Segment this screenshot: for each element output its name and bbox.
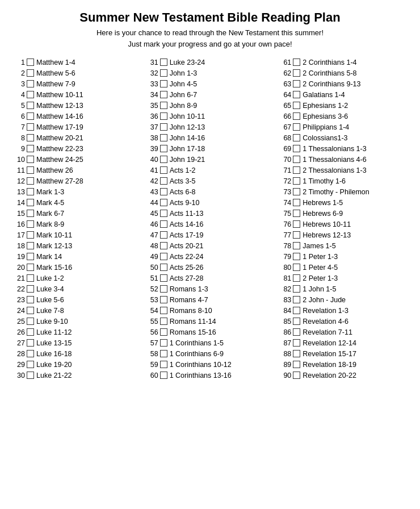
- checkbox[interactable]: [293, 220, 300, 228]
- checkbox[interactable]: [27, 285, 34, 293]
- checkbox[interactable]: [293, 242, 300, 249]
- checkbox[interactable]: [293, 59, 300, 66]
- checkbox[interactable]: [293, 328, 300, 336]
- checkbox[interactable]: [160, 112, 167, 120]
- checkbox[interactable]: [160, 188, 167, 195]
- checkbox[interactable]: [160, 372, 167, 379]
- checkbox[interactable]: [27, 318, 34, 325]
- checkbox[interactable]: [160, 350, 167, 357]
- checkbox[interactable]: [27, 102, 34, 109]
- checkbox[interactable]: [160, 274, 167, 282]
- checkbox[interactable]: [27, 220, 34, 228]
- checkbox[interactable]: [293, 339, 300, 347]
- checkbox[interactable]: [27, 274, 34, 282]
- item-number: 27: [12, 339, 25, 347]
- checkbox[interactable]: [160, 123, 167, 131]
- checkbox[interactable]: [27, 69, 34, 77]
- checkbox[interactable]: [27, 199, 34, 206]
- checkbox[interactable]: [160, 177, 167, 185]
- checkbox[interactable]: [293, 274, 300, 282]
- checkbox[interactable]: [27, 112, 34, 120]
- checkbox[interactable]: [160, 156, 167, 163]
- checkbox[interactable]: [293, 123, 300, 131]
- checkbox[interactable]: [160, 102, 167, 109]
- list-item: 65Ephesians 1-2: [278, 101, 409, 110]
- checkbox[interactable]: [160, 253, 167, 260]
- checkbox[interactable]: [293, 231, 300, 239]
- checkbox[interactable]: [27, 188, 34, 195]
- checkbox[interactable]: [160, 199, 167, 206]
- checkbox[interactable]: [293, 80, 300, 87]
- checkbox[interactable]: [27, 231, 34, 239]
- checkbox[interactable]: [293, 318, 300, 325]
- checkbox[interactable]: [27, 307, 34, 314]
- checkbox[interactable]: [27, 264, 34, 271]
- checkbox[interactable]: [293, 372, 300, 379]
- item-number: 77: [279, 231, 291, 239]
- checkbox[interactable]: [27, 339, 34, 347]
- checkbox[interactable]: [293, 177, 300, 185]
- checkbox[interactable]: [293, 102, 300, 109]
- checkbox[interactable]: [160, 242, 167, 249]
- checkbox[interactable]: [27, 253, 34, 260]
- checkbox[interactable]: [293, 166, 300, 174]
- checkbox[interactable]: [293, 210, 300, 217]
- checkbox[interactable]: [293, 112, 300, 120]
- checkbox[interactable]: [27, 166, 34, 174]
- checkbox[interactable]: [27, 156, 34, 163]
- checkbox[interactable]: [160, 69, 167, 77]
- checkbox[interactable]: [293, 264, 300, 271]
- checkbox[interactable]: [160, 166, 167, 174]
- checkbox[interactable]: [27, 350, 34, 357]
- checkbox[interactable]: [160, 134, 167, 141]
- checkbox[interactable]: [160, 59, 167, 66]
- checkbox[interactable]: [293, 91, 300, 98]
- checkbox[interactable]: [293, 296, 300, 303]
- checkbox[interactable]: [27, 296, 34, 303]
- checkbox[interactable]: [160, 145, 167, 152]
- checkbox[interactable]: [160, 231, 167, 239]
- checkbox[interactable]: [27, 91, 34, 98]
- checkbox[interactable]: [293, 307, 300, 314]
- checkbox[interactable]: [160, 285, 167, 293]
- checkbox[interactable]: [293, 350, 300, 357]
- checkbox[interactable]: [160, 328, 167, 336]
- checkbox[interactable]: [27, 372, 34, 379]
- item-text: Luke 23-24: [170, 59, 205, 66]
- checkbox[interactable]: [293, 285, 300, 293]
- checkbox[interactable]: [27, 134, 34, 141]
- checkbox[interactable]: [27, 123, 34, 131]
- checkbox[interactable]: [293, 253, 300, 260]
- checkbox[interactable]: [27, 80, 34, 87]
- checkbox[interactable]: [293, 188, 300, 195]
- checkbox[interactable]: [293, 69, 300, 77]
- checkbox[interactable]: [160, 339, 167, 347]
- checkbox[interactable]: [27, 210, 34, 217]
- checkbox[interactable]: [160, 296, 167, 303]
- checkbox[interactable]: [27, 328, 34, 336]
- checkbox[interactable]: [27, 242, 34, 249]
- checkbox[interactable]: [160, 307, 167, 314]
- item-number: 79: [279, 253, 291, 261]
- checkbox[interactable]: [160, 80, 167, 87]
- checkbox[interactable]: [160, 91, 167, 98]
- item-number: 41: [146, 166, 158, 174]
- list-item: 86Revelation 7-11: [278, 327, 409, 337]
- checkbox[interactable]: [293, 361, 300, 368]
- checkbox[interactable]: [27, 361, 34, 368]
- checkbox[interactable]: [160, 264, 167, 271]
- checkbox[interactable]: [293, 199, 300, 206]
- item-text: Luke 13-15: [36, 339, 72, 347]
- checkbox[interactable]: [160, 210, 167, 217]
- checkbox[interactable]: [160, 318, 167, 325]
- checkbox[interactable]: [160, 361, 167, 368]
- checkbox[interactable]: [27, 145, 34, 152]
- checkbox[interactable]: [27, 59, 34, 66]
- checkbox[interactable]: [293, 134, 300, 141]
- item-number: 33: [146, 80, 158, 88]
- checkbox[interactable]: [293, 156, 300, 163]
- list-item: 14Mark 4-5: [11, 198, 142, 207]
- checkbox[interactable]: [27, 177, 34, 185]
- checkbox[interactable]: [293, 145, 300, 152]
- checkbox[interactable]: [160, 220, 167, 228]
